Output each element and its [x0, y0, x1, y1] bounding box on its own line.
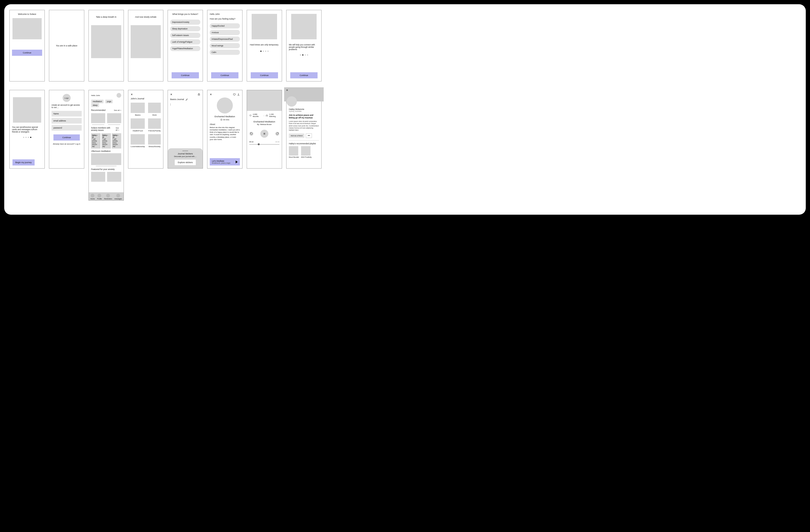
heart-icon[interactable] — [233, 93, 236, 96]
cat-friends[interactable]: Friends/Family — [148, 118, 161, 132]
avatar[interactable] — [116, 93, 121, 98]
bottom-nav: Home Profile Reminders messages — [89, 192, 124, 200]
profile-location: Sydney, Australia — [289, 110, 319, 112]
afternoon-card[interactable] — [91, 153, 121, 165]
avatar — [287, 96, 297, 107]
member-card[interactable]: Hailey • 22"I get anxiety every second d… — [112, 133, 121, 148]
screen-journal-editor: ✕ Basics Journal | Journal Stickers Deco… — [167, 90, 203, 168]
continue-button[interactable]: Continue — [251, 72, 278, 78]
track-title: Enchanted Meditation — [249, 120, 279, 123]
continue-button[interactable]: Continue — [211, 72, 239, 78]
add-friend-button[interactable]: Add as a friend — [289, 133, 304, 138]
screen-breathe-in: Take a deep breath In — [88, 10, 124, 81]
time-total: 30:00 — [275, 141, 279, 143]
featured-card[interactable] — [91, 172, 105, 182]
password-input[interactable]: password — [51, 125, 82, 131]
forward-button[interactable] — [275, 132, 279, 136]
profile-headline: Aim to achieve peace and letting go off … — [289, 114, 319, 119]
nav-reminders[interactable]: Reminders — [104, 194, 112, 199]
tag-meditation[interactable]: meditation — [91, 100, 103, 103]
text-cursor[interactable]: | — [168, 103, 203, 106]
tag-sleep[interactable]: sleep — [91, 103, 99, 107]
profile-bio: Lorem ipsum dolor sit amet consectetur. … — [289, 120, 319, 131]
option-fatigue[interactable]: Lack of energy/Fatigue — [170, 39, 200, 45]
more-menu-button[interactable]: ••• — [306, 133, 312, 138]
logo-placeholder: Logo — [63, 94, 70, 102]
tag-yoga[interactable]: yoga — [105, 100, 113, 103]
image-placeholder — [291, 14, 317, 39]
begin-journey-button[interactable]: Begin my journey — [13, 159, 35, 165]
afternoon-title: Afternoon meditation — [91, 150, 121, 152]
option-yoga[interactable]: Yoga/Pilates/Meditation — [170, 46, 200, 51]
featured-title: Featured for your anxiety — [91, 168, 121, 171]
email-input[interactable]: email address — [51, 118, 82, 124]
cat-health[interactable]: Health/Food — [131, 118, 145, 132]
edit-icon[interactable] — [185, 98, 188, 101]
close-icon[interactable]: ✕ — [286, 89, 288, 92]
featured-card[interactable] — [107, 172, 121, 182]
option-mood-swings[interactable]: Mood swings — [210, 43, 240, 48]
nav-home[interactable]: Home — [91, 194, 95, 199]
members-title: Solace members with anxiety issues — [91, 127, 116, 131]
screen-meditation-detail: ✕ Enchanted Meditation 30 mins About: Be… — [207, 90, 242, 168]
nav-messages[interactable]: messages — [114, 194, 122, 199]
playlist-2022-positivity[interactable]: 2022 Positivity — [301, 146, 312, 158]
option-irritated[interactable]: Irritated/Depressed/Sad — [210, 36, 240, 42]
option-depression[interactable]: Depression/Anxiety — [170, 19, 200, 25]
svg-rect-3 — [267, 116, 268, 116]
cat-basics[interactable]: Basics — [131, 103, 145, 116]
screen-hard-times: Hard times are only temporary. Continue — [247, 10, 282, 81]
option-self-esteem[interactable]: Self esteem issues — [170, 33, 200, 38]
editor-title: Basics Journal — [170, 98, 184, 100]
member-card[interactable]: Hailey • 22"I get anxiety every second d… — [91, 133, 100, 148]
scrubber[interactable] — [249, 144, 279, 145]
option-calm[interactable]: Calm — [210, 50, 240, 55]
screen-player: 4,000 favorite | 1,190 listening Enchant… — [247, 90, 282, 168]
cat-stress[interactable]: Stress/Anxiety — [148, 134, 161, 148]
duration: 30 mins — [223, 119, 229, 121]
playlist-mood-booster[interactable]: Mood Booster — [289, 146, 299, 158]
login-link[interactable]: Already have an account? Log in — [51, 143, 82, 145]
clock-icon — [220, 119, 223, 121]
page-dots — [12, 137, 42, 138]
nav-profile[interactable]: Profile — [97, 194, 102, 199]
rewind-button[interactable] — [249, 132, 254, 136]
listening-count: 1,190 listening — [269, 113, 279, 117]
cat-work[interactable]: Work — [148, 103, 161, 116]
rec-card[interactable] — [91, 113, 105, 123]
lets-meditate-button[interactable]: Let's Meditate Breathwork, peace,magic — [210, 158, 240, 165]
close-icon[interactable]: ✕ — [210, 93, 212, 96]
stickers-title: Journal Stickers — [171, 152, 200, 155]
option-happy[interactable]: Happy/Excited — [210, 23, 240, 29]
continue-button[interactable]: Continue — [172, 72, 199, 78]
member-card[interactable]: Hailey • 22"I get anxiety every second d… — [101, 133, 111, 148]
download-icon[interactable] — [237, 93, 240, 96]
continue-button[interactable]: Continue — [53, 134, 80, 141]
player-artwork — [247, 90, 282, 111]
option-sleep[interactable]: Sleep deprivation — [170, 26, 200, 31]
play-icon — [236, 161, 238, 163]
pause-button[interactable] — [260, 130, 268, 138]
greeting: Hello John — [210, 13, 240, 15]
greeting: Hello John — [91, 94, 100, 97]
lock-icon[interactable] — [197, 93, 200, 96]
name-input[interactable]: Name — [51, 111, 82, 116]
see-all-link[interactable]: See all > — [116, 127, 121, 131]
rec-card[interactable] — [107, 113, 121, 123]
continue-button[interactable]: Continue — [290, 72, 318, 78]
screen-profile: ✕ Hailey Mckenzie Sydney, Australia Aim … — [286, 90, 322, 168]
cards-text: You can send/receive special cards and m… — [12, 126, 42, 133]
continue-button[interactable]: Continue — [12, 50, 42, 56]
row-2: You can send/receive special cards and m… — [10, 90, 800, 200]
wireframe-canvas: Welcome to Solace Continue You are in a … — [4, 4, 806, 215]
cat-love[interactable]: Love/relationship — [131, 134, 145, 148]
about-label: About: — [210, 123, 240, 126]
stickers-sub: Decorate your journal with.... — [171, 155, 200, 158]
see-all-link[interactable]: See all > — [114, 109, 121, 111]
screen-cards: You can send/receive special cards and m… — [10, 90, 45, 168]
screen-journal: ✕ John's Journal Basics Work Health/Food… — [128, 90, 163, 168]
close-icon[interactable]: ✕ — [170, 93, 172, 96]
close-icon[interactable]: ✕ — [131, 93, 161, 96]
explore-stickers-button[interactable]: Explore stickers — [175, 159, 196, 165]
option-anxious[interactable]: Anxious — [210, 30, 240, 35]
